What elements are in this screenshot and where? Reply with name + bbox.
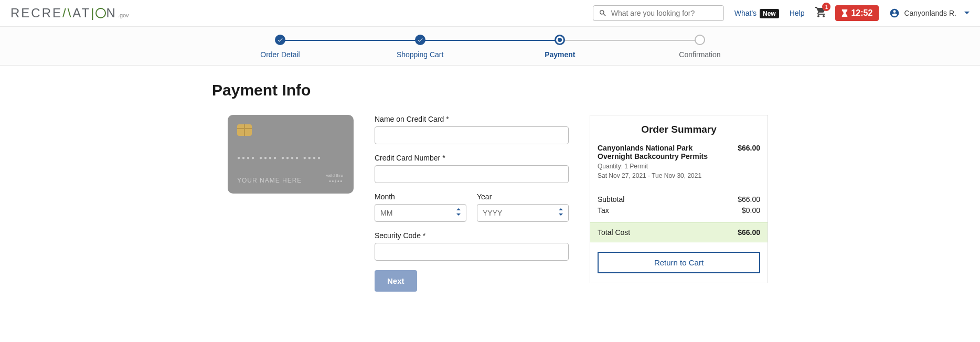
caret-down-icon bbox=[964, 10, 970, 16]
account-menu[interactable]: Canyonlands R. bbox=[889, 8, 970, 18]
subtotal-value: $66.00 bbox=[738, 195, 760, 204]
summary-quantity: Quantity: 1 Permit bbox=[598, 163, 760, 170]
step-order-detail[interactable]: Order Detail bbox=[254, 35, 306, 59]
search-icon bbox=[599, 9, 607, 17]
total-value: $66.00 bbox=[738, 228, 760, 237]
total-label: Total Cost bbox=[598, 228, 630, 237]
year-label: Year bbox=[477, 193, 569, 201]
logo-suffix: .gov bbox=[118, 12, 129, 18]
account-name: Canyonlands R. bbox=[904, 9, 956, 17]
month-select[interactable]: MM bbox=[375, 204, 466, 222]
new-badge: New bbox=[760, 9, 779, 18]
next-button[interactable]: Next bbox=[375, 270, 417, 292]
card-name-placeholder: YOUR NAME HERE bbox=[237, 177, 302, 184]
step-shopping-cart[interactable]: Shopping Cart bbox=[394, 35, 446, 59]
logo-text: N bbox=[106, 6, 116, 20]
compass-icon bbox=[95, 8, 106, 18]
whats-new-link[interactable]: What's New bbox=[734, 9, 779, 17]
check-icon bbox=[277, 37, 283, 43]
search-input[interactable] bbox=[611, 9, 718, 17]
card-valid-label: valid thru bbox=[326, 173, 343, 178]
step-confirmation: Confirmation bbox=[674, 35, 726, 59]
month-label: Month bbox=[375, 193, 466, 201]
security-code-input[interactable] bbox=[375, 243, 569, 261]
card-number-placeholder: ●●●● ●●●● ●●●● ●●●● bbox=[237, 155, 344, 161]
subtotal-label: Subtotal bbox=[598, 195, 624, 204]
name-input[interactable] bbox=[375, 126, 569, 144]
order-summary: Order Summary Canyonlands National Park … bbox=[590, 115, 768, 283]
chip-icon bbox=[237, 124, 252, 136]
summary-item-price: $66.00 bbox=[738, 144, 760, 161]
tax-value: $0.00 bbox=[742, 206, 760, 215]
tree-icon: | bbox=[91, 6, 95, 20]
security-code-label: Security Code * bbox=[375, 231, 569, 240]
card-number-label: Credit Card Number * bbox=[375, 154, 569, 162]
summary-dates: Sat Nov 27, 2021 - Tue Nov 30, 2021 bbox=[598, 172, 760, 179]
help-link[interactable]: Help bbox=[790, 9, 805, 17]
return-to-cart-button[interactable]: Return to Cart bbox=[598, 252, 760, 273]
check-icon bbox=[417, 37, 423, 43]
summary-title: Order Summary bbox=[590, 115, 768, 144]
timer: 12:52 bbox=[835, 5, 879, 21]
card-number-input[interactable] bbox=[375, 165, 569, 183]
name-label: Name on Credit Card * bbox=[375, 115, 569, 123]
cart-count-badge: 1 bbox=[822, 3, 830, 11]
card-expiry-placeholder: ••/•• bbox=[329, 178, 343, 184]
summary-item-name: Canyonlands National Park Overnight Back… bbox=[598, 144, 713, 161]
credit-card-visual: ●●●● ●●●● ●●●● ●●●● YOUR NAME HERE valid… bbox=[228, 115, 354, 194]
progress-bar: Order Detail Shopping Cart Payment Confi… bbox=[0, 27, 980, 66]
tax-label: Tax bbox=[598, 206, 609, 215]
header: RECRE/\AT|N.gov What's New Help 1 12:52 … bbox=[0, 0, 980, 27]
cart-button[interactable]: 1 bbox=[815, 6, 827, 20]
page-title: Payment Info bbox=[212, 81, 768, 99]
logo[interactable]: RECRE/\AT|N.gov bbox=[10, 6, 129, 20]
logo-text: RECRE bbox=[10, 6, 62, 20]
tree-icon: /\ bbox=[62, 6, 72, 20]
logo-text: AT bbox=[72, 6, 91, 20]
hourglass-icon bbox=[841, 9, 848, 17]
step-payment: Payment bbox=[534, 35, 586, 59]
year-select[interactable]: YYYY bbox=[477, 204, 569, 222]
avatar-icon bbox=[889, 8, 900, 18]
search-box[interactable] bbox=[593, 5, 724, 21]
payment-form: Name on Credit Card * Credit Card Number… bbox=[375, 115, 569, 292]
